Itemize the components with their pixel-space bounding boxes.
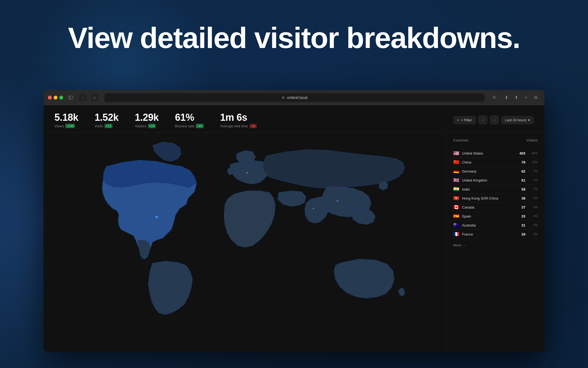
- traffic-lights: [48, 96, 63, 99]
- country-count-8: 31: [517, 223, 525, 227]
- more-link[interactable]: More →: [453, 243, 538, 247]
- stat-visits-label: Visits: [95, 124, 103, 128]
- next-period-button[interactable]: ›: [490, 116, 499, 124]
- stat-visits-value: 1.52k: [95, 112, 119, 123]
- country-name-9: France: [462, 232, 517, 236]
- svg-point-5: [337, 200, 338, 202]
- country-row[interactable]: 🇪🇸 Spain 33 4%: [453, 212, 538, 221]
- chevron-left-icon: ‹: [82, 95, 84, 100]
- country-pct-9: 3%: [529, 232, 538, 236]
- stat-avg-badge: -1s: [250, 124, 257, 128]
- chevron-right-nav-icon: ›: [494, 118, 495, 122]
- country-flag-0: 🇺🇸: [453, 151, 459, 155]
- dashboard: 5.18k Views +130 1.52k Visits +11 1.29k …: [44, 105, 544, 352]
- map-area: [44, 133, 446, 352]
- back-button[interactable]: ‹: [78, 93, 87, 102]
- country-pct-7: 4%: [529, 214, 538, 218]
- country-pct-5: 5%: [529, 196, 538, 200]
- stat-avg-label: Average visit time: [220, 124, 248, 128]
- country-pct-8: 4%: [529, 223, 538, 227]
- stats-bar: 5.18k Views +130 1.52k Visits +11 1.29k …: [44, 105, 544, 133]
- stat-views-badge: +130: [65, 124, 75, 128]
- country-pct-2: 7%: [529, 169, 538, 173]
- chevron-left-nav-icon: ‹: [482, 118, 484, 122]
- share-button[interactable]: ⬆: [512, 94, 520, 101]
- url-text: umbrel.local: [287, 95, 307, 100]
- time-range-label: Last 24 hours: [505, 118, 526, 122]
- reload-button[interactable]: ↻: [490, 94, 499, 101]
- country-count-1: 79: [517, 160, 525, 164]
- new-tab-button[interactable]: +: [522, 94, 530, 101]
- country-row[interactable]: 🇬🇧 United Kingdom 61 7%: [453, 176, 538, 185]
- country-flag-7: 🇪🇸: [453, 214, 459, 218]
- country-row[interactable]: 🇫🇷 France 29 3%: [453, 230, 538, 239]
- maximize-button[interactable]: [59, 96, 63, 99]
- browser-chrome: ‹ › ⊕ umbrel.local ↻ ⬇ ⬆ + ⧉: [44, 90, 544, 105]
- privacy-icon: ⊕: [282, 95, 285, 99]
- address-bar[interactable]: ⊕ umbrel.local: [105, 93, 485, 102]
- country-name-3: United Kingdom: [462, 178, 517, 182]
- country-name-8: Australia: [462, 223, 517, 227]
- stat-visits: 1.52k Visits +11: [95, 112, 119, 128]
- reload-icon: ↻: [493, 95, 496, 100]
- country-flag-9: 🇫🇷: [453, 232, 459, 236]
- download-button[interactable]: ⬇: [502, 94, 511, 101]
- country-pct-4: 7%: [529, 187, 538, 191]
- country-flag-1: 🇨🇳: [453, 160, 459, 164]
- chevron-down-icon: ▾: [528, 118, 530, 122]
- forward-button[interactable]: ›: [90, 93, 99, 102]
- country-name-5: Hong Kong SAR China: [462, 196, 517, 200]
- filter-icon: +: [457, 118, 460, 122]
- col-visitors-label: Visitors: [526, 138, 538, 142]
- stat-avg-visit: 1m 6s Average visit time -1s: [220, 112, 256, 128]
- svg-rect-0: [69, 96, 73, 99]
- country-row[interactable]: 🇭🇰 Hong Kong SAR China 38 5%: [453, 194, 538, 203]
- world-map-svg: [44, 133, 446, 352]
- hero-title: View detailed visitor breakdowns.: [0, 22, 588, 54]
- country-count-4: 58: [517, 187, 525, 191]
- svg-point-6: [313, 208, 314, 209]
- country-row[interactable]: 🇺🇸 United States 403 48%: [453, 149, 538, 158]
- country-count-2: 62: [517, 169, 525, 173]
- country-flag-5: 🇭🇰: [453, 196, 459, 200]
- country-name-6: Canada: [462, 205, 517, 209]
- minimize-button[interactable]: [54, 96, 57, 99]
- stat-visitors-label: Visitors: [135, 124, 146, 128]
- country-rows-list: 🇺🇸 United States 403 48% 🇨🇳 China 79 10%…: [453, 149, 538, 239]
- filter-label: + Filter: [461, 118, 472, 122]
- country-pct-0: 48%: [529, 151, 538, 155]
- panel-header: Countries Visitors: [453, 138, 538, 144]
- stat-bounce-rate: 61% Bounce rate -3%: [175, 112, 204, 128]
- countries-panel: Countries Visitors 🇺🇸 United States 403 …: [446, 133, 544, 352]
- country-name-4: India: [462, 187, 517, 191]
- country-pct-3: 7%: [529, 178, 538, 182]
- country-row[interactable]: 🇨🇦 Canada 37 4%: [453, 203, 538, 212]
- sidebar-toggle-button[interactable]: [66, 94, 75, 101]
- country-row[interactable]: 🇩🇪 Germany 62 7%: [453, 167, 538, 176]
- country-count-0: 403: [517, 151, 525, 155]
- stat-views-value: 5.18k: [54, 112, 78, 123]
- country-count-3: 61: [517, 178, 525, 182]
- stat-visitors-badge: +10: [148, 124, 156, 128]
- country-name-0: United States: [462, 151, 517, 155]
- stat-visitors-value: 1.29k: [135, 112, 159, 123]
- time-range-selector[interactable]: Last 24 hours ▾: [501, 116, 534, 124]
- country-row[interactable]: 🇨🇳 China 79 10%: [453, 158, 538, 167]
- main-content: Countries Visitors 🇺🇸 United States 403 …: [44, 133, 544, 352]
- prev-period-button[interactable]: ‹: [479, 116, 487, 124]
- svg-point-4: [246, 172, 248, 174]
- chrome-actions: ⬇ ⬆ + ⧉: [502, 94, 540, 101]
- country-count-9: 29: [517, 232, 525, 236]
- country-row[interactable]: 🇦🇺 Australia 31 4%: [453, 221, 538, 230]
- country-flag-6: 🇨🇦: [453, 205, 459, 209]
- filter-controls: + + Filter ‹ › Last 24 hours ▾: [453, 116, 534, 124]
- country-pct-6: 4%: [529, 205, 538, 209]
- country-name-1: China: [462, 160, 517, 164]
- close-button[interactable]: [48, 96, 52, 99]
- tabs-button[interactable]: ⧉: [531, 94, 540, 101]
- stat-views-label: Views: [54, 124, 64, 128]
- stat-visits-badge: +11: [105, 124, 112, 128]
- filter-button[interactable]: + + Filter: [453, 116, 476, 124]
- more-label: More →: [453, 243, 466, 247]
- country-row[interactable]: 🇮🇳 India 58 7%: [453, 185, 538, 194]
